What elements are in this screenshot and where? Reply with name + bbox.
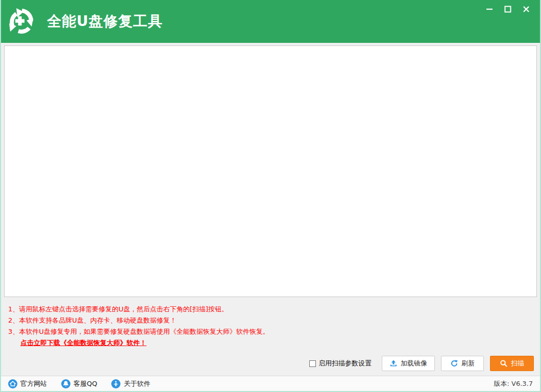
minimize-icon [485,5,494,13]
about-software-link[interactable]: 关于软件 [111,379,150,388]
qq-service-label: 客服QQ [73,379,97,388]
scan-params-checkbox[interactable] [309,360,316,367]
maximize-icon [504,5,512,13]
window-controls [484,4,532,15]
load-image-label: 加载镜像 [401,359,427,368]
instruction-line-1: 1、请用鼠标左键点击选择需要修复的U盘，然后点击右下角的[扫描]按钮。 [8,304,540,315]
close-icon [522,5,530,13]
maximize-button[interactable] [502,4,513,15]
search-icon [500,359,508,368]
scan-params-option[interactable]: 启用扫描参数设置 [309,359,372,368]
qq-service-link[interactable]: 客服QQ [61,379,97,388]
instruction-line-2: 2、本软件支持各品牌U盘、内存卡、移动硬盘数据修复！ [8,315,540,326]
minimize-button[interactable] [484,4,495,15]
close-button[interactable] [521,4,532,15]
scan-params-label: 启用扫描参数设置 [318,359,372,368]
scan-button[interactable]: 扫描 [490,356,534,371]
official-website-link[interactable]: 官方网站 [8,379,47,388]
controls-row: 启用扫描参数设置 加载镜像 刷新 [1,349,540,371]
title-bar: 全能U盘修复工具 [1,0,540,43]
refresh-button[interactable]: 刷新 [441,356,484,371]
instruction-line-3: 3、本软件U盘修复专用，如果需要修复硬盘数据请使用《全能数据恢复大师》软件恢复。 [8,326,540,337]
upload-icon [389,359,398,368]
refresh-label: 刷新 [461,359,475,368]
app-window: 全能U盘修复工具 1、请用鼠标左键点击选择需要修复的U盘，然后点击 [0,0,541,392]
main-area: 1、请用鼠标左键点击选择需要修复的U盘，然后点击右下角的[扫描]按钮。 2、本软… [1,43,540,376]
about-software-label: 关于软件 [124,379,150,388]
status-bar: 官方网站 客服QQ 关于软件 版本: V6.3.7 [1,376,540,391]
qq-icon [61,379,70,388]
info-icon [111,379,120,388]
refresh-icon [450,359,458,368]
load-image-button[interactable]: 加载镜像 [382,356,435,371]
drive-list-panel[interactable] [4,45,537,297]
app-logo-icon [5,5,38,38]
official-website-label: 官方网站 [20,379,47,388]
version-label: 版本: V6.3.7 [494,379,533,388]
scan-label: 扫描 [511,359,524,368]
download-link[interactable]: 点击立即下载《全能数据恢复大师》软件！ [20,337,146,349]
instructions: 1、请用鼠标左键点击选择需要修复的U盘，然后点击右下角的[扫描]按钮。 2、本软… [1,297,540,349]
home-icon [8,379,17,388]
app-title: 全能U盘修复工具 [47,12,163,31]
